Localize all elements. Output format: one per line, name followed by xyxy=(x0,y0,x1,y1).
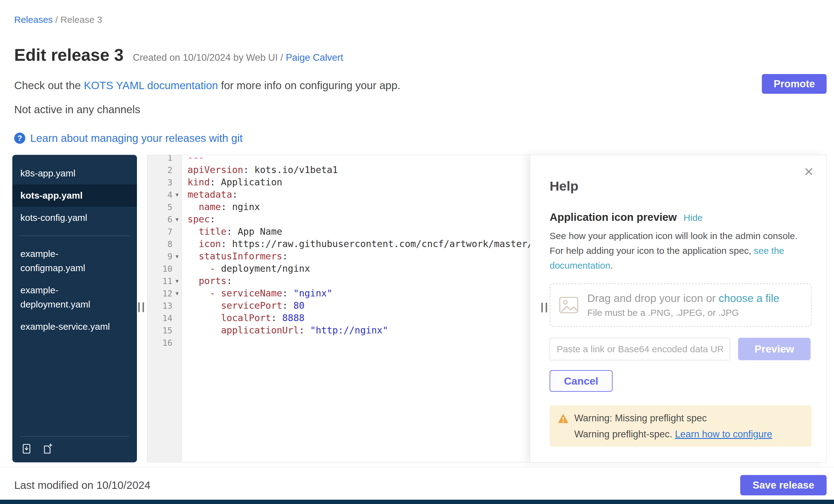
kots-yaml-doc-link[interactable]: KOTS YAML documentation xyxy=(84,79,218,91)
gutter-line-12: 12▾ xyxy=(148,287,182,300)
warning-detail: Warning preflight-spec. Learn how to con… xyxy=(574,429,804,440)
preflight-warning: Warning: Missing preflight spec Warning … xyxy=(550,405,811,447)
footer-divider xyxy=(0,467,834,467)
cancel-button[interactable]: Cancel xyxy=(550,370,613,392)
fold-arrow-icon[interactable]: ▾ xyxy=(172,277,182,285)
bottom-bar xyxy=(0,500,834,504)
created-by-link[interactable]: Paige Calvert xyxy=(286,52,343,63)
help-panel-resize-handle[interactable] xyxy=(541,303,547,312)
gutter-line-3: 3 xyxy=(148,176,182,189)
editor-gutter-column: 1234▾56▾789▾1011▾12▾13141516 xyxy=(148,155,182,462)
created-info: Created on 10/10/2024 by Web UI / Paige … xyxy=(133,52,343,63)
fold-arrow-icon[interactable]: ▾ xyxy=(172,216,182,223)
breadcrumb-separator: / xyxy=(53,15,61,25)
breadcrumb-current: Release 3 xyxy=(61,15,102,25)
channel-status: Not active in any channels xyxy=(14,103,827,116)
fold-arrow-icon[interactable]: ▾ xyxy=(172,191,182,198)
file-list-divider xyxy=(20,236,130,236)
icon-url-input[interactable] xyxy=(550,338,730,360)
question-icon: ? xyxy=(14,133,25,144)
file-item-example-service.yaml[interactable]: example-service.yaml xyxy=(12,315,137,338)
gutter-line-9: 9▾ xyxy=(148,250,182,262)
help-title: Help xyxy=(550,178,811,194)
hide-link[interactable]: Hide xyxy=(683,213,703,223)
dropzone-instruction: Drag and drop your icon or choose a file xyxy=(587,291,780,305)
icon-preview-title: Application icon preview xyxy=(550,211,677,224)
warning-text: Warning: Missing preflight spec xyxy=(574,413,707,424)
description-suffix: . xyxy=(610,260,613,270)
fold-arrow-icon[interactable]: ▾ xyxy=(172,253,182,260)
gutter-line-13: 13 xyxy=(148,300,182,312)
gutter-line-11: 11▾ xyxy=(148,275,182,287)
breadcrumb: Releases / Release 3 xyxy=(14,0,827,25)
preview-button[interactable]: Preview xyxy=(738,338,811,360)
image-placeholder-icon xyxy=(559,297,578,314)
file-sidebar: k8s-app.yamlkots-app.yamlkots-config.yam… xyxy=(12,155,137,462)
icon-dropzone[interactable]: Drag and drop your icon or choose a file… xyxy=(550,283,811,327)
release-editor-workspace: k8s-app.yamlkots-app.yamlkots-config.yam… xyxy=(12,155,827,462)
learn-configure-link[interactable]: Learn how to configure xyxy=(675,429,772,440)
doc-hint: Check out the KOTS YAML documentation fo… xyxy=(14,78,827,92)
created-text: Created on 10/10/2024 by Web UI / xyxy=(133,52,286,63)
doc-hint-suffix: for more info on configuring your app. xyxy=(218,79,400,91)
file-item-k8s-app.yaml[interactable]: k8s-app.yaml xyxy=(12,162,137,184)
choose-file-link[interactable]: choose a file xyxy=(719,292,780,304)
close-icon[interactable]: ✕ xyxy=(804,166,814,178)
fold-arrow-icon[interactable]: ▾ xyxy=(172,290,182,297)
gutter-line-2: 2 xyxy=(148,164,182,176)
gutter-line-15: 15 xyxy=(148,324,182,336)
dropzone-file-types: File must be a .PNG, .JPEG, or .JPG xyxy=(587,307,780,319)
icon-preview-description: See how your application icon will look … xyxy=(550,228,811,273)
breadcrumb-releases-link[interactable]: Releases xyxy=(14,15,53,25)
promote-button[interactable]: Promote xyxy=(762,74,827,94)
doc-hint-prefix: Check out the xyxy=(14,79,84,91)
new-file-icon[interactable] xyxy=(41,443,54,455)
gutter-line-1: 1 xyxy=(148,155,182,164)
warning-icon xyxy=(558,413,569,423)
git-help-row: ? Learn about managing your releases wit… xyxy=(14,132,827,144)
gutter-line-16: 16 xyxy=(148,336,182,349)
file-item-kots-config.yaml[interactable]: kots-config.yaml xyxy=(12,207,137,229)
page: Releases / Release 3 Edit release 3 Crea… xyxy=(0,0,834,144)
last-modified-text: Last modified on 10/10/2024 xyxy=(14,479,151,491)
editor-gutter: 1234▾56▾789▾1011▾12▾13141516 xyxy=(148,155,182,349)
gutter-line-10: 10 xyxy=(148,262,182,275)
gutter-line-14: 14 xyxy=(148,312,182,324)
save-release-button[interactable]: Save release xyxy=(740,475,827,495)
upload-file-icon[interactable] xyxy=(20,443,33,455)
sidebar-bottom xyxy=(12,430,137,462)
title-row: Edit release 3 Created on 10/10/2024 by … xyxy=(14,45,827,65)
gutter-line-7: 7 xyxy=(148,225,182,238)
page-title: Edit release 3 xyxy=(14,45,124,65)
git-help-link[interactable]: Learn about managing your releases with … xyxy=(30,132,243,144)
gutter-line-4: 4▾ xyxy=(148,189,182,201)
file-item-kots-app.yaml[interactable]: kots-app.yaml xyxy=(12,184,137,207)
footer: Last modified on 10/10/2024 Save release xyxy=(14,475,827,495)
gutter-line-6: 6▾ xyxy=(148,213,182,225)
gutter-line-8: 8 xyxy=(148,238,182,250)
gutter-line-5: 5 xyxy=(148,201,182,213)
sidebar-resize-handle[interactable] xyxy=(138,302,144,312)
help-panel: ✕ Help Application icon preview Hide See… xyxy=(530,155,827,462)
file-item-example-deployment.yaml[interactable]: example-deployment.yaml xyxy=(12,279,137,315)
file-list: k8s-app.yamlkots-app.yamlkots-config.yam… xyxy=(12,162,137,338)
file-item-example-configmap.yaml[interactable]: example-configmap.yaml xyxy=(12,243,137,279)
